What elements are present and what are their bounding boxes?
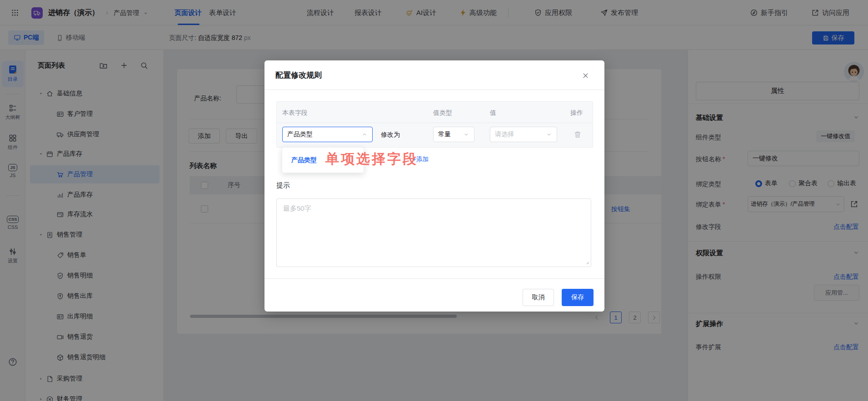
red-annotation-text: 单项选择字段 xyxy=(325,150,418,168)
hint-textarea[interactable] xyxy=(276,198,591,267)
col-header-value-type: 值类型 xyxy=(433,109,452,117)
value-select-placeholder: 请选择 xyxy=(495,130,546,139)
app-window: 进销存（演示） 产品管理 页面设计 表单设计 流程设计 报表设计 AI设计 高级… xyxy=(0,0,868,401)
col-header-action: 操作 xyxy=(570,109,583,117)
close-icon[interactable] xyxy=(581,71,590,80)
field-select-value: 产品类型 xyxy=(287,130,361,139)
value-type-value: 常量 xyxy=(438,130,463,139)
dialog-footer-divider xyxy=(264,278,604,279)
field-select[interactable]: 产品类型 xyxy=(282,127,373,142)
dropdown-option-product-type[interactable]: 产品类型 xyxy=(282,156,317,164)
dialog-header-divider xyxy=(264,89,604,90)
cancel-button[interactable]: 取消 xyxy=(523,289,554,306)
resize-handle-icon[interactable] xyxy=(584,259,590,265)
modify-to-label: 修改为 xyxy=(381,131,400,139)
value-type-select[interactable]: 常量 xyxy=(433,127,474,142)
chevron-up-icon xyxy=(361,131,368,138)
configure-modify-rules-dialog: 配置修改规则 本表字段 值类型 值 操作 产品类型 修改为 常量 请选择 xyxy=(264,60,604,312)
dialog-title: 配置修改规则 xyxy=(275,70,322,80)
chevron-down-icon xyxy=(463,131,469,138)
col-header-value: 值 xyxy=(490,109,496,117)
table-header-divider xyxy=(277,123,593,123)
delete-rule-trash-icon[interactable] xyxy=(574,130,582,139)
chevron-down-icon xyxy=(546,131,552,138)
save-button[interactable]: 保存 xyxy=(562,289,594,306)
rule-table: 本表字段 值类型 值 操作 产品类型 修改为 常量 请选择 xyxy=(276,101,593,148)
hint-label: 提示 xyxy=(276,181,290,190)
value-select[interactable]: 请选择 xyxy=(490,127,557,142)
col-header-field: 本表字段 xyxy=(282,109,308,117)
